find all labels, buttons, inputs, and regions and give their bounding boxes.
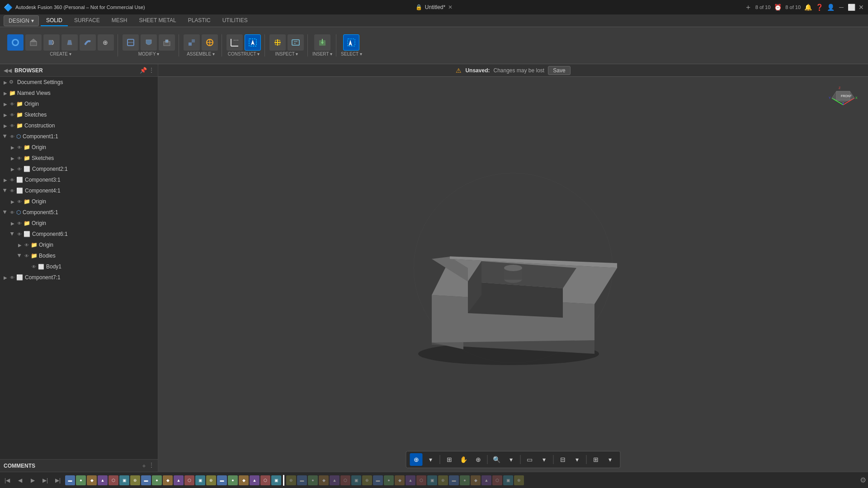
eye-icon-comp3[interactable]: 👁 <box>9 177 15 183</box>
create-icon-5[interactable] <box>80 34 96 51</box>
design-dropdown[interactable]: DESIGN ▾ <box>4 15 39 26</box>
eye-icon-c1-sketches[interactable]: 👁 <box>16 155 23 161</box>
timeline-item[interactable]: ⬡ <box>340 475 350 485</box>
timeline-item[interactable]: ▬ <box>217 475 227 485</box>
modify-icon-2[interactable] <box>141 34 157 51</box>
collapse-browser-icon[interactable]: ◀◀ <box>4 67 12 74</box>
tree-arrow-c1-sketches[interactable]: ▶ <box>9 155 16 162</box>
modify-icon-1[interactable] <box>123 34 139 51</box>
viewport[interactable]: ⚠ Unsaved: Changes may be lost Save <box>158 64 868 472</box>
close-button[interactable]: ✕ <box>858 4 864 10</box>
tree-arrow-bodies[interactable]: ▶ <box>16 252 24 259</box>
eye-icon-comp6[interactable]: 👁 <box>16 231 23 237</box>
timeline-item[interactable]: ▬ <box>65 475 75 485</box>
tab-mesh[interactable]: MESH <box>106 15 133 26</box>
timeline-item[interactable]: ▬ <box>373 475 383 485</box>
tree-item-named-views[interactable]: ▶ 📁 Named Views <box>0 88 158 99</box>
eye-icon-comp1[interactable]: 👁 <box>9 133 15 140</box>
timeline-item[interactable]: ● <box>152 475 162 485</box>
tree-arrow-c5-origin[interactable]: ▶ <box>9 220 16 227</box>
tree-item-bodies[interactable]: ▶ 👁 📁 Bodies <box>0 250 158 261</box>
view-cube[interactable]: FRONT Z X Y <box>827 82 859 114</box>
create-icon-3[interactable] <box>43 34 60 51</box>
vp-grid2-dropdown[interactable]: ▾ <box>571 453 584 466</box>
eye-icon-comp7[interactable]: 👁 <box>9 274 15 281</box>
create-icon-6[interactable]: ⊕ <box>98 34 114 51</box>
inspect-icon-1[interactable] <box>269 34 286 51</box>
timeline-item[interactable]: ◆ <box>239 475 249 485</box>
tl-next-btn[interactable]: ▶| <box>40 475 51 486</box>
timeline-item[interactable]: ▬ <box>449 475 459 485</box>
tree-item-c5-origin[interactable]: ▶ 👁 📁 Origin <box>0 218 158 229</box>
tree-arrow-c6-origin[interactable]: ▶ <box>16 241 24 249</box>
vp-display-dropdown[interactable]: ▾ <box>538 453 551 466</box>
select-icon-1[interactable] <box>343 34 359 51</box>
timeline-item[interactable]: ▲ <box>174 475 184 485</box>
close-tab-icon[interactable]: ✕ <box>448 4 453 10</box>
tree-arrow-named-views[interactable]: ▶ <box>2 89 9 97</box>
assemble-icon-2[interactable] <box>202 34 218 51</box>
tab-plastic[interactable]: PLASTIC <box>183 15 216 26</box>
tree-item-origin[interactable]: ▶ 👁 📁 Origin <box>0 99 158 109</box>
timeline-item[interactable]: ● <box>384 475 394 485</box>
vp-pan-btn[interactable]: ✋ <box>458 453 470 466</box>
eye-icon-c1-origin[interactable]: 👁 <box>16 144 23 150</box>
vp-grid2-btn[interactable]: ⊟ <box>557 453 569 466</box>
tab-sheetmetal[interactable]: SHEET METAL <box>133 15 181 26</box>
eye-icon-c5-origin[interactable]: 👁 <box>16 220 23 226</box>
construct-icon-1[interactable] <box>226 34 243 51</box>
eye-icon-origin[interactable]: 👁 <box>9 101 15 107</box>
tree-arrow-origin[interactable]: ▶ <box>2 100 9 108</box>
tree-item-component7[interactable]: ▶ 👁 ⬜ Component7:1 <box>0 272 158 283</box>
tree-arrow-sketches[interactable]: ▶ <box>2 111 9 118</box>
tree-item-component4[interactable]: ▶ 👁 ⬜ Component4:1 <box>0 185 158 196</box>
assemble-icon-1[interactable] <box>184 34 200 51</box>
tree-arrow-component6[interactable]: ▶ <box>9 230 16 238</box>
tree-item-sketches[interactable]: ▶ 👁 📁 Sketches <box>0 109 158 120</box>
eye-icon-comp2[interactable]: 👁 <box>16 166 23 172</box>
vp-select-dropdown[interactable]: ▾ <box>425 453 437 466</box>
timeline-item[interactable]: ◆ <box>395 475 405 485</box>
timeline-item[interactable]: ▬ <box>297 475 307 485</box>
tree-arrow-c1-origin[interactable]: ▶ <box>9 144 16 151</box>
tree-item-component2[interactable]: ▶ 👁 ⬜ Component2:1 <box>0 164 158 174</box>
timeline-playhead[interactable] <box>283 475 284 486</box>
tree-item-component6[interactable]: ▶ 👁 ⬜ Component6:1 <box>0 229 158 239</box>
timeline-item[interactable]: ▣ <box>351 475 361 485</box>
tl-start-btn[interactable]: |◀ <box>2 475 13 486</box>
timeline-item[interactable]: ▣ <box>503 475 513 485</box>
timeline-item[interactable]: ▬ <box>141 475 151 485</box>
timeline-item[interactable]: ▲ <box>406 475 415 485</box>
tree-item-c4-origin[interactable]: ▶ 👁 📁 Origin <box>0 196 158 207</box>
tree-item-c1-origin[interactable]: ▶ 👁 📁 Origin <box>0 142 158 153</box>
model-area[interactable]: FRONT Z X Y ⊕ ▾ ⊞ ✋ ⊕ 🔍 ▾ ▭ ▾ <box>158 64 868 472</box>
timeline-item[interactable]: ▣ <box>119 475 129 485</box>
eye-icon-comp4[interactable]: 👁 <box>9 188 15 194</box>
vp-view-btn[interactable]: ⊞ <box>590 453 602 466</box>
timeline-item[interactable]: ● <box>460 475 470 485</box>
timeline-item[interactable]: ◆ <box>471 475 481 485</box>
comments-add-icon[interactable]: ＋ <box>141 462 147 470</box>
eye-icon-construction[interactable]: 👁 <box>9 122 15 129</box>
create-icon-4[interactable] <box>61 34 78 51</box>
tree-item-doc-settings[interactable]: ▶ ⚙ Document Settings <box>0 77 158 88</box>
timeline-item[interactable]: ⊕ <box>362 475 372 485</box>
timeline-item[interactable]: ▣ <box>271 475 281 485</box>
timeline-item[interactable]: ⬡ <box>184 475 194 485</box>
timeline-item[interactable]: ◆ <box>87 475 97 485</box>
tab-utilities[interactable]: UTILITIES <box>217 15 253 26</box>
timeline-item[interactable]: ⬡ <box>108 475 118 485</box>
timeline-item[interactable]: ◆ <box>163 475 173 485</box>
vp-display-btn[interactable]: ▭ <box>524 453 536 466</box>
create-icon-2[interactable] <box>25 34 42 51</box>
timeline-item[interactable]: ▣ <box>427 475 437 485</box>
timeline-item[interactable]: ▲ <box>98 475 108 485</box>
tree-arrow-construction[interactable]: ▶ <box>2 122 9 129</box>
eye-icon-comp5[interactable]: 👁 <box>9 209 15 216</box>
tree-arrow-component2[interactable]: ▶ <box>9 165 16 173</box>
timeline-item[interactable]: ● <box>228 475 238 485</box>
tree-item-component3[interactable]: ▶ 👁 ⬜ Component3:1 <box>0 174 158 185</box>
timeline-item[interactable]: ▲ <box>481 475 491 485</box>
vp-grid-btn[interactable]: ⊞ <box>443 453 456 466</box>
tab-solid[interactable]: SOLID <box>41 15 68 26</box>
